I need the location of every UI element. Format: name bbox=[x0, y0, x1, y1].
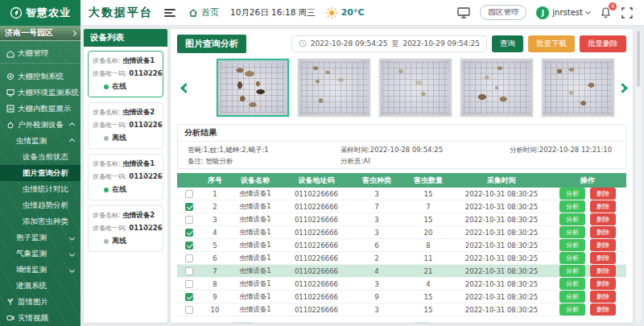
status-dot bbox=[104, 188, 109, 192]
insect-trap-photo[interactable] bbox=[298, 59, 370, 117]
cell-no: 7 bbox=[201, 265, 229, 278]
status-dot bbox=[104, 239, 109, 244]
row-checkbox[interactable] bbox=[185, 267, 193, 275]
delete-button[interactable]: 删除 bbox=[590, 188, 616, 200]
batch-delete-button[interactable]: 批量删除 bbox=[580, 35, 626, 52]
park-manage-button[interactable]: 园区管理 bbox=[480, 5, 526, 20]
sidebar-item-add-pest[interactable]: 添加害虫种类 bbox=[0, 213, 80, 229]
park-selector[interactable]: 济南一号园区 bbox=[0, 26, 80, 41]
cell-count: 15 bbox=[402, 291, 454, 303]
delete-button[interactable]: 删除 bbox=[590, 252, 616, 264]
insect-trap-photo[interactable] bbox=[379, 59, 452, 117]
delete-button[interactable]: 删除 bbox=[590, 265, 616, 277]
delete-button[interactable]: 删除 bbox=[590, 303, 616, 316]
top-bar: 智慧农业 大数据平台 首页 10月26日 16:18 周三 20°C 园区管理 … bbox=[0, 0, 644, 26]
row-checkbox[interactable] bbox=[185, 241, 193, 250]
cell-code: 0110226666 bbox=[282, 265, 351, 278]
row-checkbox[interactable] bbox=[185, 190, 193, 198]
sidebar-item-insect-trend[interactable]: 虫情趋势分析 bbox=[0, 197, 80, 213]
row-checkbox[interactable] bbox=[185, 293, 193, 301]
scrollbar[interactable] bbox=[636, 29, 641, 323]
row-checkbox[interactable] bbox=[185, 306, 193, 314]
data-display-icon bbox=[6, 105, 14, 113]
insect-trap-photo[interactable] bbox=[460, 59, 533, 117]
row-checkbox[interactable] bbox=[185, 229, 193, 237]
insect-trap-photo[interactable] bbox=[217, 59, 289, 117]
device-card[interactable]: 设备名称: 虫情设备2 设备唯一码: 0110226666 离线 bbox=[88, 102, 163, 149]
sidebar-item-label: 灾情视频 bbox=[18, 313, 48, 324]
insect-trap-photo[interactable] bbox=[542, 59, 614, 117]
sidebar-item-outdoor-devices[interactable]: 户外检测设备 bbox=[0, 117, 80, 133]
cell-device: 虫情设备1 bbox=[229, 278, 282, 291]
cell-count: 11 bbox=[402, 252, 454, 265]
table-row: 4 虫情设备1 0110226666 3 20 2022-10-31 08:30… bbox=[177, 226, 626, 239]
sidebar-item-greenhouse-manage[interactable]: 大棚管理 bbox=[0, 44, 80, 64]
sidebar-item-image-query[interactable]: 图片查询分析 bbox=[0, 165, 80, 181]
analyze-button[interactable]: 分析 bbox=[559, 252, 585, 264]
notifications-button[interactable]: 4 bbox=[600, 6, 612, 19]
home-nav[interactable]: 首页 bbox=[188, 6, 219, 19]
analyze-button[interactable]: 分析 bbox=[559, 188, 585, 200]
device-name-label: 设备名称: bbox=[93, 160, 121, 167]
analyze-button[interactable]: 分析 bbox=[559, 291, 585, 303]
robot-watermark-icon bbox=[140, 72, 163, 97]
analyze-button[interactable]: 分析 bbox=[559, 239, 585, 251]
sidebar-item-soil-monitor[interactable]: 墒情监测 bbox=[0, 262, 80, 278]
analysis-title: 分析结果 bbox=[178, 125, 625, 142]
device-card[interactable]: 设备名称: 虫情设备1 设备唯一码: 0110226666 在线 bbox=[88, 51, 163, 97]
sidebar-item-env-monitor[interactable]: 大棚环境监测系统 bbox=[0, 85, 80, 101]
analyze-button[interactable]: 分析 bbox=[559, 278, 585, 290]
delete-button[interactable]: 删除 bbox=[590, 226, 616, 238]
chevron-up-icon bbox=[69, 138, 75, 143]
sidebar-item-data-display[interactable]: 大棚内数据展示 bbox=[0, 101, 80, 117]
analyze-button[interactable]: 分析 bbox=[559, 265, 585, 277]
device-card[interactable]: 设备名称: 虫情设备2 设备唯一码: 0110226666 离线 bbox=[88, 205, 163, 252]
device-card[interactable]: 设备名称: 虫情设备1 设备唯一码: 0110226666 在线 bbox=[88, 154, 163, 200]
row-checkbox[interactable] bbox=[185, 216, 193, 224]
sidebar-item-label: 虫情趋势分析 bbox=[23, 200, 68, 211]
sidebar-item-weather-monitor[interactable]: 气象监测 bbox=[0, 246, 80, 262]
sidebar-item-insect-stats[interactable]: 虫情统计对比 bbox=[0, 181, 80, 197]
sidebar-item-spore-monitor[interactable]: 孢子监测 bbox=[0, 229, 80, 246]
cell-code: 0110226666 bbox=[282, 239, 351, 252]
analyze-time-text: 分析时间:2022-10-28 12:21:10 bbox=[510, 146, 612, 155]
delete-button[interactable]: 删除 bbox=[590, 213, 616, 225]
delete-button[interactable]: 删除 bbox=[590, 239, 616, 251]
cell-time: 2022-10-31 08:30:25 bbox=[454, 188, 549, 200]
chevron-down-icon bbox=[69, 266, 75, 272]
robot-watermark-icon bbox=[140, 124, 163, 149]
analyze-button[interactable]: 分析 bbox=[559, 213, 585, 225]
delete-button[interactable]: 删除 bbox=[590, 278, 616, 290]
monitor-screen-icon[interactable] bbox=[457, 7, 470, 19]
cell-device: 虫情设备1 bbox=[229, 200, 282, 213]
analyze-button[interactable]: 分析 bbox=[559, 303, 585, 316]
analyze-button[interactable]: 分析 bbox=[559, 226, 585, 238]
sidebar-item-device-status[interactable]: 设备当前状态 bbox=[0, 149, 80, 165]
analyze-button[interactable]: 分析 bbox=[559, 200, 585, 213]
greenhouse-icon bbox=[6, 50, 14, 58]
row-checkbox[interactable] bbox=[185, 254, 193, 262]
date-range-picker[interactable]: 2022-10-28 09:54:25 至 2022-10-29 09:54:2… bbox=[291, 35, 487, 52]
sidebar-item-disaster-video[interactable]: 灾情视频 bbox=[0, 310, 80, 326]
scrollbar-thumb[interactable] bbox=[637, 31, 640, 87]
sidebar-item-greenhouse-control[interactable]: 大棚控制系统 bbox=[0, 68, 80, 85]
user-menu[interactable]: J jnrstest bbox=[536, 6, 590, 19]
carousel-prev-button[interactable] bbox=[182, 79, 189, 97]
goto-page-input[interactable] bbox=[413, 322, 431, 323]
collapse-menu-icon[interactable] bbox=[164, 9, 175, 17]
delete-button[interactable]: 删除 bbox=[590, 200, 616, 213]
sidebar-item-insect-monitor[interactable]: 虫情监测 bbox=[0, 133, 80, 149]
per-page-select[interactable]: 10 bbox=[232, 322, 255, 323]
cell-time: 2022-10-31 08:30:25 bbox=[454, 213, 549, 226]
delete-button[interactable]: 删除 bbox=[590, 291, 616, 303]
batch-download-button[interactable]: 批量下载 bbox=[528, 35, 575, 52]
row-checkbox[interactable] bbox=[185, 203, 193, 211]
cell-time: 2022-10-31 08:30:25 bbox=[454, 200, 549, 213]
fullscreen-icon[interactable] bbox=[621, 7, 633, 19]
sidebar-item-seedling-images[interactable]: 苗情图片 bbox=[0, 294, 80, 310]
device-code-label: 设备唯一码: bbox=[93, 225, 127, 232]
sidebar-item-irrigation[interactable]: 灌溉系统 bbox=[0, 278, 80, 294]
row-checkbox[interactable] bbox=[185, 280, 193, 288]
carousel-next-button[interactable] bbox=[619, 79, 626, 97]
query-button[interactable]: 查询 bbox=[492, 35, 523, 52]
